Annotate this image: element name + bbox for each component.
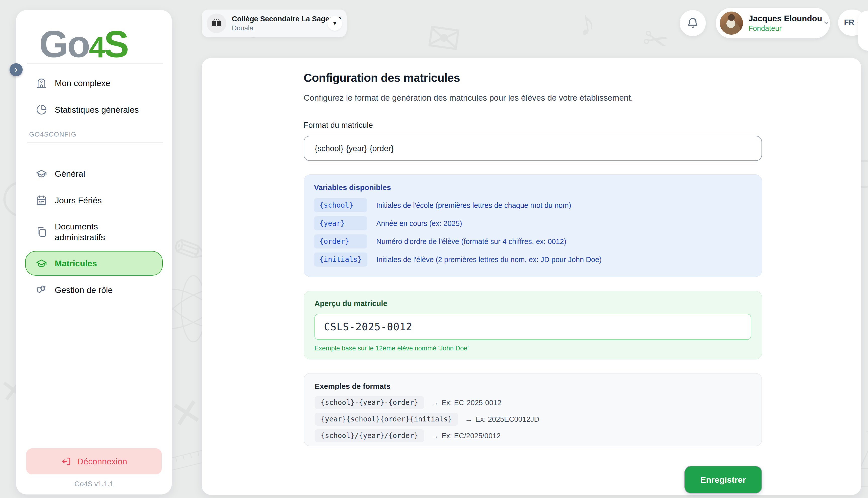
doodle-music-icon: ♪ [574,1,598,44]
school-building-icon [36,77,47,89]
logo-text-4: 4 [89,31,104,64]
bell-icon [686,17,699,29]
sidebar-item-label: Matricules [55,258,97,269]
variables-panel: Variables disponibles {school} Initiales… [304,174,762,277]
example-code: {school}/{year}/{order} [315,429,424,442]
actions-row: Enregistrer [304,466,762,494]
sidebar: Go4S Mon complexe Stat [16,10,172,495]
arrow-icon: → [465,415,472,423]
variables-title: Variables disponibles [314,183,752,192]
user-role: Fondateur [749,24,822,32]
example-result: →Ex: EC/2025/0012 [431,432,501,440]
preview-input[interactable] [314,314,751,340]
example-result: →Ex: EC-2025-0012 [431,398,502,407]
examples-list: {school}-{year}-{order} →Ex: EC-2025-001… [315,396,751,442]
chevron-right-icon [13,66,20,73]
chevron-down-icon [822,18,831,28]
logout-button[interactable]: Déconnexion [26,448,162,474]
calendar-icon [36,195,47,206]
variable-description: Initiales de l'école (premières lettres … [376,201,571,210]
doodle-envelope-icon: ✉ [424,13,464,64]
examples-panel: Exemples de formats {school}-{year}-{ord… [304,373,762,446]
variable-code: {year} [314,217,367,231]
example-code: {year}{school}{order}{initials} [315,412,458,426]
variable-row: {order} Numéro d'ordre de l'élève (forma… [314,234,752,249]
logo-text-gray: Go [39,23,89,65]
notifications-button[interactable] [679,10,706,36]
preview-caption: Exemple basé sur le 12ème élève nommé 'J… [314,344,751,352]
format-field-label: Format du matricule [304,121,762,130]
arrow-icon: → [431,398,439,407]
sidebar-item-jours-feries[interactable]: Jours Fériés [25,188,163,213]
arrow-icon: → [431,432,439,440]
example-row: {school}/{year}/{order} →Ex: EC/2025/001… [315,429,751,442]
dropdown-caret-icon: ▼ [327,16,342,31]
sidebar-item-label: Mon complexe [55,78,110,89]
variable-row: {year} Année en cours (ex: 2025) [314,217,752,231]
page-subtitle: Configurez le format de génération des m… [304,93,762,103]
example-result-text: Ex: EC/2025/0012 [442,432,501,440]
variable-row: {school} Initiales de l'école (premières… [314,198,752,212]
example-result-text: Ex: 2025EC0012JD [476,415,540,423]
sidebar-item-label: Jours Fériés [55,195,102,206]
page-title: Configuration des matricules [304,71,762,84]
sidebar-item-label: Gestion de rôle [55,285,113,296]
sidebar-item-mon-complexe[interactable]: Mon complexe [25,71,163,95]
format-input[interactable] [304,136,762,161]
avatar [720,12,743,35]
graduation-cap-icon [36,258,47,269]
main-panel: Configuration des matricules Configurez … [202,58,861,495]
edge-floating-button[interactable] [858,11,868,51]
save-button[interactable]: Enregistrer [684,466,762,494]
school-city: Douala [232,24,327,32]
sidebar-item-label: Statistiques générales [55,104,139,115]
go4s-logo: Go4S [16,10,172,63]
logout-label: Déconnexion [77,457,127,467]
sidebar-section-divider [27,142,163,143]
variable-description: Année en cours (ex: 2025) [376,219,462,228]
variable-code: {school} [314,198,367,212]
sidebar-item-statistiques-generales[interactable]: Statistiques générales [25,97,163,122]
language-code: FR [844,18,854,27]
graduation-cap-icon [36,168,47,180]
preview-title: Aperçu du matricule [314,299,751,308]
variable-row: {initials} Initiales de l'élève (2 premi… [314,252,752,266]
spacer [25,153,163,161]
sidebar-nav: Mon complexe Statistiques générales GO4S… [16,71,172,302]
sidebar-item-documents-administratifs[interactable]: Documents administratifs [25,214,163,249]
variable-description: Initiales de l'élève (2 premières lettre… [376,255,602,264]
example-result: →Ex: 2025EC0012JD [465,415,540,423]
logo-text-s: S [104,23,128,65]
user-name: Jacques Eloundou [749,14,822,23]
examples-title: Exemples de formats [315,382,751,391]
logout-icon [61,456,71,467]
school-selector[interactable]: Collège Secondaire La Sagesse Douala ▼ [202,10,347,37]
sidebar-item-general[interactable]: Général [25,161,163,186]
school-texts: Collège Secondaire La Sagesse Douala [232,15,327,32]
example-code: {school}-{year}-{order} [315,396,424,409]
app-version: Go4S v1.1.1 [16,480,172,488]
sidebar-item-gestion-de-role[interactable]: Gestion de rôle [25,278,163,302]
variable-description: Numéro d'ordre de l'élève (formaté sur 4… [376,237,566,246]
documents-icon [36,226,47,238]
sidebar-item-label: Documents administratifs [55,221,138,243]
example-row: {year}{school}{order}{initials} →Ex: 202… [315,412,751,426]
doodle-scissors-icon: ✂ [639,20,672,60]
school-name: Collège Secondaire La Sagesse [232,15,327,23]
sidebar-item-label: Général [55,168,85,179]
variables-list: {school} Initiales de l'école (premières… [314,198,752,266]
variable-code: {order} [314,234,367,249]
preview-panel: Aperçu du matricule Exemple basé sur le … [304,291,762,359]
user-texts: Jacques Eloundou Fondateur [749,14,822,32]
user-menu[interactable]: Jacques Eloundou Fondateur [716,8,830,38]
theater-masks-icon [36,284,47,296]
sidebar-collapse-button[interactable] [10,63,23,76]
doodle-cross-icon: ✕ [167,389,206,438]
matricule-config-content: Configuration des matricules Configurez … [202,58,861,494]
variable-code: {initials} [314,252,367,266]
example-row: {school}-{year}-{order} →Ex: EC-2025-001… [315,396,751,409]
pie-chart-icon [36,104,47,116]
school-emblem-icon [207,14,226,33]
sidebar-item-matricules[interactable]: Matricules [25,251,163,276]
example-result-text: Ex: EC-2025-0012 [442,398,502,407]
